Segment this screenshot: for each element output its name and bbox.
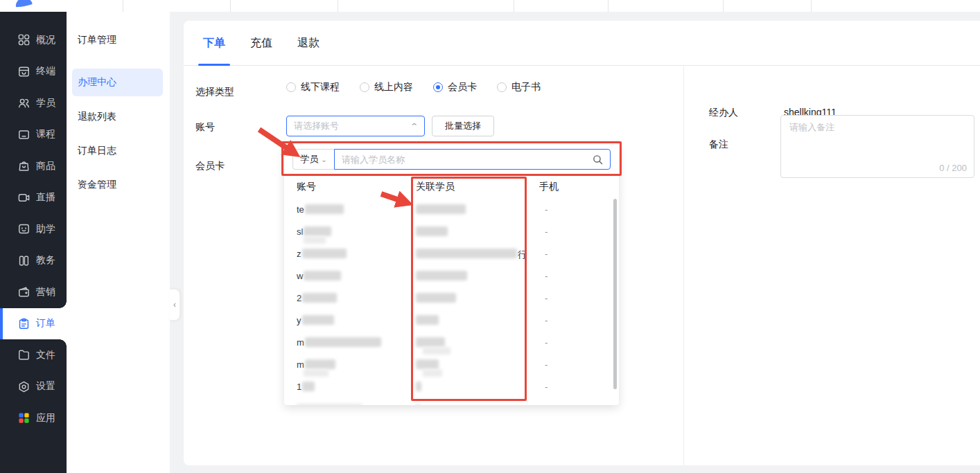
sidebar-item-营销[interactable]: 营销 (0, 276, 67, 308)
dropdown-row[interactable]: sl- (284, 221, 619, 243)
sidebar-item-学员[interactable]: 学员 (0, 87, 67, 119)
chevron-down-icon: ⌄ (321, 156, 326, 163)
secondary-sidebar: 订单管理 办理中心退款列表订单日志资金管理 (67, 12, 170, 473)
row-student (416, 293, 456, 303)
row-phone: - (545, 382, 548, 392)
row-account (297, 404, 362, 405)
sidebar-item-直播[interactable]: 直播 (0, 182, 67, 214)
subnav-item-资金管理[interactable]: 资金管理 (67, 168, 170, 202)
row-account: 1 (297, 382, 315, 392)
browser-tab-divider (811, 0, 812, 12)
dropdown-row[interactable] (284, 398, 619, 405)
account-select[interactable]: 请选择账号 ⌃ (286, 116, 425, 136)
redacted-account (302, 249, 347, 258)
radio-label: 线上内容 (374, 81, 413, 93)
sidebar-item-订单[interactable]: 订单 (0, 308, 67, 340)
app-logo-icon (15, 0, 33, 8)
type-radio-电子书[interactable]: 电子书 (497, 81, 541, 93)
row-phone: - (545, 359, 548, 370)
terminal-icon (17, 65, 30, 78)
tab-充值[interactable]: 充值 (250, 21, 272, 66)
sidebar-item-label: 应用 (36, 412, 55, 425)
subnav-item-订单日志[interactable]: 订单日志 (67, 134, 170, 168)
account-select-placeholder: 请选择账号 (294, 120, 339, 132)
sidebar-item-应用[interactable]: 应用 (0, 402, 67, 434)
sidebar-item-助学[interactable]: 助学 (0, 213, 67, 245)
row-phone: - (545, 337, 548, 348)
files-folder-icon (17, 348, 30, 362)
dropdown-row[interactable]: 1- (284, 376, 619, 398)
academic-icon (17, 254, 30, 267)
tab-bar: 下单充值退款 (184, 21, 980, 66)
column-header-account: 账号 (297, 181, 316, 193)
browser-tab-divider (123, 0, 123, 12)
radio-icon (286, 82, 296, 92)
sidebar-item-设置[interactable]: 设置 (0, 371, 67, 403)
tab-下单[interactable]: 下单 (203, 21, 225, 66)
sidebar-item-课程[interactable]: 课程 (0, 119, 67, 151)
order-clipboard-icon (17, 317, 30, 330)
browser-tab-strip (0, 0, 980, 12)
type-radio-group: 线下课程线上内容会员卡电子书 (286, 81, 541, 93)
sidebar-item-商品[interactable]: 商品 (0, 150, 67, 182)
row-account: m (297, 359, 335, 370)
sidebar-item-label: 概况 (36, 34, 55, 46)
redacted-account (305, 359, 335, 369)
redacted-student (416, 271, 467, 280)
search-filter-select[interactable]: 学员 ⌄ (292, 149, 335, 170)
right-panel: 经办人 shellking111 备注 0 / 200 (683, 66, 980, 465)
remark-label: 备注 (709, 139, 728, 151)
sidebar-item-文件[interactable]: 文件 (0, 339, 67, 371)
type-radio-线上内容[interactable]: 线上内容 (360, 81, 413, 93)
row-phone: - (545, 249, 548, 259)
row-phone: - (545, 204, 548, 215)
sidebar-item-终端[interactable]: 终端 (0, 56, 67, 88)
row-student (416, 359, 439, 369)
batch-select-button[interactable]: 批量选择 (432, 116, 494, 136)
dropdown-row[interactable]: m- (284, 354, 619, 376)
row-account: 2 (297, 293, 337, 303)
subnav-item-退款列表[interactable]: 退款列表 (67, 100, 170, 134)
dropdown-row[interactable]: y- (284, 310, 619, 332)
dropdown-row[interactable]: w- (284, 265, 619, 287)
type-radio-线下课程[interactable]: 线下课程 (286, 81, 340, 93)
student-search-field (334, 149, 611, 170)
row-account: m (297, 337, 381, 348)
dropdown-row[interactable]: z行- (284, 243, 619, 265)
dropdown-scrollbar[interactable] (613, 199, 617, 389)
type-radio-会员卡[interactable]: 会员卡 (433, 81, 477, 93)
goods-icon (17, 159, 30, 172)
student-search-input[interactable] (335, 154, 610, 165)
radio-icon (497, 82, 507, 92)
dropdown-row[interactable]: m- (284, 332, 619, 354)
sidebar-item-label: 商品 (36, 160, 55, 172)
redacted-student (416, 293, 456, 303)
tab-退款[interactable]: 退款 (297, 21, 320, 66)
column-header-student: 关联学员 (416, 181, 455, 193)
row-student (416, 204, 466, 214)
row-student (416, 337, 445, 347)
sidebar-item-教务[interactable]: 教务 (0, 245, 67, 277)
redacted-student (416, 226, 448, 236)
subnav-item-办理中心[interactable]: 办理中心 (72, 69, 163, 96)
grid-icon (17, 33, 30, 46)
operator-label: 经办人 (709, 107, 738, 119)
chevron-left-icon: ‹ (173, 300, 176, 310)
students-icon (17, 96, 30, 109)
sidebar-collapse-handle[interactable]: ‹ (170, 289, 180, 321)
sidebar-item-label: 教务 (36, 254, 55, 267)
remark-textarea[interactable] (781, 116, 974, 161)
sidebar-item-概况[interactable]: 概况 (0, 24, 67, 56)
apps-icon (17, 411, 30, 425)
live-icon (17, 191, 30, 204)
remark-counter: 0 / 200 (939, 163, 967, 173)
dropdown-row[interactable]: te- (284, 199, 619, 221)
row-student (416, 404, 420, 405)
radio-label: 线下课程 (301, 81, 340, 93)
row-account: y (297, 315, 334, 325)
sidebar-item-label: 设置 (36, 380, 55, 393)
dropdown-row[interactable]: 2- (284, 287, 619, 310)
dropdown-search-bar: 学员 ⌄ (284, 143, 619, 175)
member-card-label: 会员卡 (195, 160, 225, 172)
row-phone: - (545, 226, 548, 237)
